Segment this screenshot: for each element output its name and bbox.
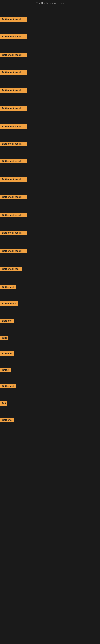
bottleneck-row-24: Bottlene — [0, 418, 100, 423]
bottleneck-bar-6: Bottleneck result — [0, 106, 27, 111]
bottleneck-row-19: Bott — [0, 336, 100, 341]
bottleneck-row-17: Bottleneck r — [0, 302, 100, 307]
bottleneck-row-8: Bottleneck result — [0, 142, 100, 147]
site-title: TheBottlenecker.com — [0, 0, 100, 6]
bottleneck-bar-1: Bottleneck result — [0, 17, 27, 22]
bottleneck-row-15: Bottleneck res — [0, 267, 100, 272]
bottleneck-row-21: Bottle — [0, 368, 100, 373]
bottleneck-bar-10: Bottleneck result — [0, 177, 27, 182]
bottleneck-row-22: Bottleneck — [0, 384, 100, 389]
bottleneck-row-5: Bottleneck result — [0, 88, 100, 94]
bottleneck-row-20: Bottlene — [0, 352, 100, 356]
bottleneck-bar-2: Bottleneck result — [0, 34, 27, 39]
bottleneck-row-10: Bottleneck result — [0, 177, 100, 182]
bottleneck-row-13: Bottleneck result — [0, 231, 100, 236]
bottleneck-row-7: Bottleneck result — [0, 124, 100, 130]
bottleneck-bar-15: Bottleneck res — [0, 267, 22, 271]
bottleneck-bar-21: Bottle — [0, 368, 11, 372]
bottleneck-row-12: Bottleneck result — [0, 213, 100, 218]
bottleneck-bar-3: Bottleneck result — [0, 53, 27, 57]
bottleneck-bar-11: Bottleneck result — [0, 195, 27, 199]
bottleneck-bar-8: Bottleneck result — [0, 142, 27, 146]
bottleneck-bar-13: Bottleneck result — [0, 231, 27, 235]
bottleneck-bar-4: Bottleneck result — [0, 70, 27, 75]
bottleneck-bar-20: Bottlene — [0, 352, 14, 356]
bottleneck-bar-18: Bottlene — [0, 318, 14, 323]
bottleneck-row-11: Bottleneck result — [0, 195, 100, 200]
bottleneck-bar-24: Bottlene — [0, 418, 14, 422]
bottleneck-row-14: Bottleneck result — [0, 249, 100, 254]
bottleneck-bar-14: Bottleneck result — [0, 249, 27, 253]
bottleneck-row-2: Bottleneck result — [0, 34, 100, 40]
bottleneck-row-18: Bottlene — [0, 318, 100, 324]
bottleneck-row-4: Bottleneck result — [0, 70, 100, 76]
bottleneck-bar-17: Bottleneck r — [0, 302, 18, 306]
text-cursor — [1, 545, 1, 548]
bottleneck-bar-9: Bottleneck result — [0, 159, 27, 164]
bottleneck-bar-19: Bott — [0, 336, 8, 340]
bottleneck-row-16: Bottleneck — [0, 285, 100, 290]
bars-container: Bottleneck resultBottleneck resultBottle… — [0, 6, 100, 644]
bottleneck-bar-16: Bottleneck — [0, 285, 16, 290]
bottleneck-row-23: Bot — [0, 401, 100, 406]
bottleneck-bar-22: Bottleneck — [0, 384, 16, 388]
bottleneck-bar-23: Bot — [0, 401, 7, 406]
bottleneck-row-3: Bottleneck result — [0, 53, 100, 58]
bottleneck-bar-5: Bottleneck result — [0, 88, 27, 92]
bottleneck-bar-7: Bottleneck result — [0, 124, 27, 129]
bottleneck-row-1: Bottleneck result — [0, 17, 100, 22]
bottleneck-row-6: Bottleneck result — [0, 106, 100, 112]
bottleneck-row-9: Bottleneck result — [0, 159, 100, 164]
bottleneck-bar-12: Bottleneck result — [0, 213, 27, 217]
